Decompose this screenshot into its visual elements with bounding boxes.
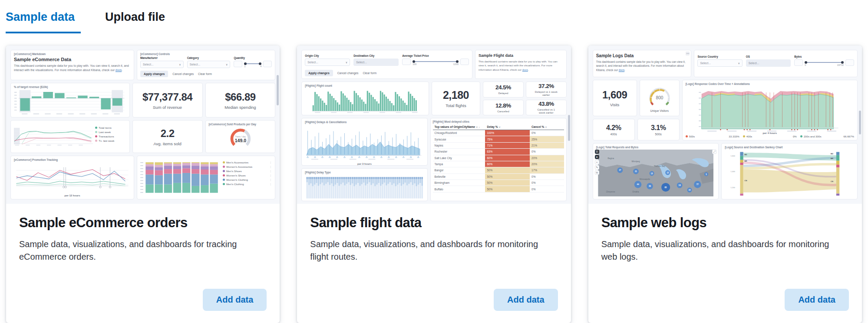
city-cell: Salt Lake City bbox=[433, 155, 485, 161]
response-codes-area-chart bbox=[686, 86, 854, 132]
svg-text:15: 15 bbox=[688, 189, 691, 191]
cancel-cell: 21% bbox=[530, 142, 564, 148]
add-data-button-ecommerce[interactable]: Add data bbox=[203, 289, 267, 311]
legend-label: Last week bbox=[99, 131, 111, 134]
markdown-period: . bbox=[528, 68, 529, 71]
stat-cancelled-vs-week: 43.8% Cancelled vs 1 week earlier bbox=[526, 100, 567, 116]
svg-text:44: 44 bbox=[637, 183, 639, 186]
map-city-label: Thunder Bay bbox=[653, 165, 665, 167]
panel-label: [Flights] Delays & Cancellations bbox=[305, 121, 424, 124]
legend-item: Women's Shoes⋮ bbox=[223, 174, 272, 177]
cancel-cell: 0% bbox=[530, 186, 564, 192]
cancel-cell: 20% bbox=[530, 155, 564, 161]
sort-icon: ∨ bbox=[499, 126, 501, 128]
legend-label: Tx. last week bbox=[99, 139, 114, 142]
legend-item: 400s0% bbox=[743, 135, 797, 138]
preview-scrollbar bbox=[277, 75, 279, 105]
x-axis-label: per 3 hours bbox=[305, 163, 424, 165]
legend-dot-icon bbox=[95, 131, 97, 133]
clear-form-button: Clear form bbox=[198, 72, 212, 75]
flight-stats-grid: 24.5% Delayed 37.2% Delayed vs 1 week ea… bbox=[483, 82, 567, 115]
select-value: Select... bbox=[749, 62, 759, 65]
stat-value: 24.5% bbox=[495, 84, 511, 91]
card-sample-flights: Origin City Select...∨ Destination City … bbox=[297, 46, 571, 323]
stat-delayed: 24.5% Delayed bbox=[483, 82, 524, 98]
quantity-slider: 1 4 bbox=[244, 61, 261, 67]
docs-link: docs bbox=[522, 68, 528, 71]
city-cell: Belleville bbox=[433, 173, 485, 179]
legend-dot-icon bbox=[223, 183, 225, 185]
stat-value: 43.8% bbox=[538, 101, 554, 107]
avg-items-metric: 2.2 Avg. items sold bbox=[132, 120, 203, 153]
field-label: OS bbox=[746, 55, 791, 58]
metric-value: 4.2% bbox=[606, 124, 621, 132]
unique-visitors-gauge-panel: 800 Unique Visitors bbox=[640, 80, 680, 116]
trans-per-day-gauge: Trans / day 149.0 bbox=[209, 127, 272, 149]
legend-dot-icon bbox=[743, 135, 745, 137]
card-content: Sample web logs Sample data, visualizati… bbox=[588, 204, 862, 323]
sum-revenue-metric: $77,377.84 Sum of revenue bbox=[132, 83, 203, 117]
map-expand-icon: ⤢ bbox=[712, 150, 716, 154]
panel-label: [eCommerce] Controls bbox=[140, 52, 272, 55]
map-city-label: Cheyenne bbox=[606, 191, 615, 193]
sankey-node-label: BD bbox=[831, 153, 833, 155]
source-destination-sankey: 1,6001,4001,200BDBDBRBRCNCN bbox=[723, 150, 855, 196]
delayed-city-row: Bangor50%17% bbox=[433, 167, 564, 173]
tab-upload-file[interactable]: Upload file bbox=[105, 10, 168, 33]
city-cell: Syracuse bbox=[433, 136, 485, 142]
kebab-menu-icon: ⋮ bbox=[269, 165, 272, 168]
cancel-changes-button: Cancel changes bbox=[337, 72, 359, 75]
collapse-panel-icon: — bbox=[686, 52, 690, 55]
legend-item: Tx. last week bbox=[95, 139, 126, 142]
requests-map-panel: [Logs] Total Requests and Bytes bbox=[593, 143, 719, 199]
markdown-title: Sample Flight data bbox=[479, 53, 563, 58]
stat-label: Cancelled vs 1 week earlier bbox=[535, 108, 558, 114]
svg-text:85: 85 bbox=[664, 186, 667, 189]
legend-label: Men's Shoes bbox=[226, 170, 242, 173]
city-cell: Naples bbox=[433, 142, 485, 148]
unique-visitors-gauge: 800 bbox=[641, 84, 678, 109]
preview-scrollbar bbox=[859, 111, 861, 134]
sankey-node-label: BR bbox=[745, 160, 747, 162]
logs-controls-panel: Source Country Select...∨ OS Select... B… bbox=[694, 50, 858, 77]
logs-dashboard-preview: — Sample Logs Data This dashboard contai… bbox=[588, 46, 862, 204]
tab-sample-data[interactable]: Sample data bbox=[6, 10, 81, 33]
items-line-chart bbox=[14, 123, 93, 150]
legend-item: Men's Accessories⋮ bbox=[223, 161, 272, 164]
bytes-field: Bytes 0 19732 bbox=[794, 55, 854, 67]
city-cell: Buffalo bbox=[433, 186, 485, 192]
kebab-menu-icon: ⋮ bbox=[269, 174, 272, 177]
map-toolbar: ☰ ● ⌖ ✎ ⧉ bbox=[595, 150, 599, 175]
stat-delayed-vs-week: 37.2% Delayed vs 1 week earlier bbox=[526, 82, 567, 98]
panel-label: [Logs] Response Codes Over Time + Annota… bbox=[686, 82, 854, 85]
delayed-city-row: Naples71%21% bbox=[433, 142, 564, 148]
panel-label: % of target revenue ($10k) bbox=[14, 85, 126, 88]
legend-item: Women's Accessories⋮ bbox=[223, 165, 272, 168]
legend-label: Total items bbox=[99, 126, 112, 129]
delay-cell: 50% bbox=[485, 186, 530, 192]
legend-item: 500s33.333% bbox=[686, 135, 739, 138]
range-max-input bbox=[263, 61, 272, 67]
promotion-tracking-panel: [eCommerce] Promotion Tracking per 12 ho… bbox=[10, 156, 134, 199]
markdown-period: . bbox=[624, 69, 625, 72]
delay-cell: 50% bbox=[485, 167, 530, 173]
kebab-menu-icon: ⋮ bbox=[269, 170, 272, 173]
stat-value: 37.2% bbox=[538, 83, 554, 89]
clear-form-button: Clear form bbox=[363, 72, 376, 75]
delay-cell: 60% bbox=[485, 161, 530, 167]
delay-type-panel: [Flights] Delay Type bbox=[301, 168, 427, 201]
range-min-input bbox=[794, 59, 803, 66]
sankey-node-label: BD bbox=[745, 153, 747, 156]
add-data-button-web-logs[interactable]: Add data bbox=[785, 289, 849, 311]
panel-label: [eCommerce] Markdown bbox=[14, 52, 131, 55]
add-data-button-flights[interactable]: Add data bbox=[494, 289, 558, 311]
panel-label: [Logs] Total Requests and Bytes bbox=[596, 146, 715, 149]
field-label: Quantity bbox=[234, 56, 272, 59]
card-description: Sample data, visualizations, and dashboa… bbox=[19, 238, 254, 263]
select-value: Select... bbox=[190, 63, 201, 66]
cancel-cell: 17% bbox=[530, 167, 564, 173]
legend-item: Total items bbox=[95, 126, 126, 129]
metric-value: 2.2 bbox=[161, 127, 175, 140]
cancel-cell: 25% bbox=[530, 136, 564, 142]
gauge-label: Unique Visitors bbox=[650, 109, 669, 112]
